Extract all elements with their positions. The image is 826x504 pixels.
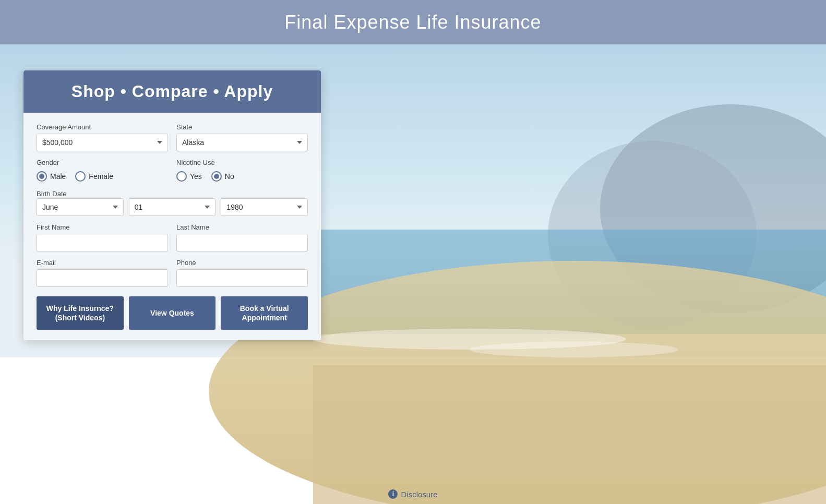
nicotine-no-label: No	[225, 172, 234, 181]
nicotine-no-radio[interactable]	[211, 171, 222, 182]
first-name-input[interactable]	[37, 234, 168, 251]
svg-point-7	[470, 342, 678, 357]
page-title: Final Expense Life Insurance	[284, 11, 541, 33]
phone-label: Phone	[176, 259, 308, 267]
email-group: E-mail	[37, 259, 168, 287]
gender-label: Gender	[37, 159, 168, 166]
nicotine-radio-group: Yes No	[176, 171, 308, 182]
gender-female-label: Female	[89, 172, 113, 181]
nicotine-yes-radio[interactable]	[176, 171, 187, 182]
birth-month-group: JanuaryFebruaryMarch AprilMayJune JulyAu…	[37, 198, 124, 216]
gender-nicotine-row: Gender Male Female Nicotine Use	[37, 159, 308, 182]
nicotine-label: Nicotine Use	[176, 159, 308, 166]
last-name-input[interactable]	[176, 234, 308, 251]
gender-male-label: Male	[50, 172, 66, 181]
coverage-state-row: Coverage Amount $10,000 $25,000 $50,000 …	[37, 123, 308, 151]
header-bar: Final Expense Life Insurance	[0, 0, 826, 44]
form-body: Coverage Amount $10,000 $25,000 $50,000 …	[23, 113, 321, 340]
birth-year-select[interactable]: 194019501960 1970198019902000	[221, 198, 308, 216]
view-quotes-button[interactable]: View Quotes	[129, 296, 216, 330]
disclosure-icon: i	[388, 489, 398, 499]
gender-female-option[interactable]: Female	[75, 171, 113, 182]
birthdate-row: JanuaryFebruaryMarch AprilMayJune JulyAu…	[37, 198, 308, 216]
first-name-group: First Name	[37, 223, 168, 251]
gender-female-radio[interactable]	[75, 171, 86, 182]
why-life-insurance-button[interactable]: Why Life Insurnce?(Short Videos)	[37, 296, 124, 330]
last-name-group: Last Name	[176, 223, 308, 251]
gender-male-radio[interactable]	[37, 171, 47, 182]
birth-day-group: 010203 04050607 080910	[129, 198, 216, 216]
form-card-header: Shop • Compare • Apply	[23, 70, 321, 113]
state-label: State	[176, 123, 308, 131]
nicotine-group: Nicotine Use Yes No	[176, 159, 308, 182]
coverage-group: Coverage Amount $10,000 $25,000 $50,000 …	[37, 123, 168, 151]
button-row: Why Life Insurnce?(Short Videos) View Qu…	[37, 296, 308, 330]
state-select[interactable]: Alabama Alaska Arizona Arkansas Californ…	[176, 134, 308, 151]
svg-rect-5	[313, 365, 826, 504]
birthdate-label: Birth Date	[37, 190, 67, 198]
name-row: First Name Last Name	[37, 223, 308, 251]
coverage-amount-select[interactable]: $10,000 $25,000 $50,000 $100,000 $250,00…	[37, 134, 168, 151]
form-card: Shop • Compare • Apply Coverage Amount $…	[23, 70, 321, 340]
nicotine-yes-option[interactable]: Yes	[176, 171, 202, 182]
last-name-label: Last Name	[176, 223, 308, 231]
book-appointment-button[interactable]: Book a VirtualAppointment	[221, 296, 308, 330]
nicotine-no-option[interactable]: No	[211, 171, 234, 182]
gender-radio-group: Male Female	[37, 171, 168, 182]
gender-group: Gender Male Female	[37, 159, 168, 182]
birthdate-section: Birth Date JanuaryFebruaryMarch AprilMay…	[37, 189, 308, 216]
phone-group: Phone	[176, 259, 308, 287]
email-label: E-mail	[37, 259, 168, 267]
birth-year-group: 194019501960 1970198019902000	[221, 198, 308, 216]
coverage-label: Coverage Amount	[37, 123, 168, 131]
first-name-label: First Name	[37, 223, 168, 231]
gender-male-option[interactable]: Male	[37, 171, 66, 182]
form-header-text: Shop • Compare • Apply	[71, 82, 273, 101]
nicotine-yes-label: Yes	[190, 172, 202, 181]
state-group: State Alabama Alaska Arizona Arkansas Ca…	[176, 123, 308, 151]
phone-input[interactable]	[176, 269, 308, 287]
disclosure-bar[interactable]: i Disclosure	[0, 489, 826, 499]
disclosure-text: Disclosure	[401, 490, 437, 499]
contact-row: E-mail Phone	[37, 259, 308, 287]
birth-month-select[interactable]: JanuaryFebruaryMarch AprilMayJune JulyAu…	[37, 198, 124, 216]
birth-day-select[interactable]: 010203 04050607 080910	[129, 198, 216, 216]
email-input[interactable]	[37, 269, 168, 287]
